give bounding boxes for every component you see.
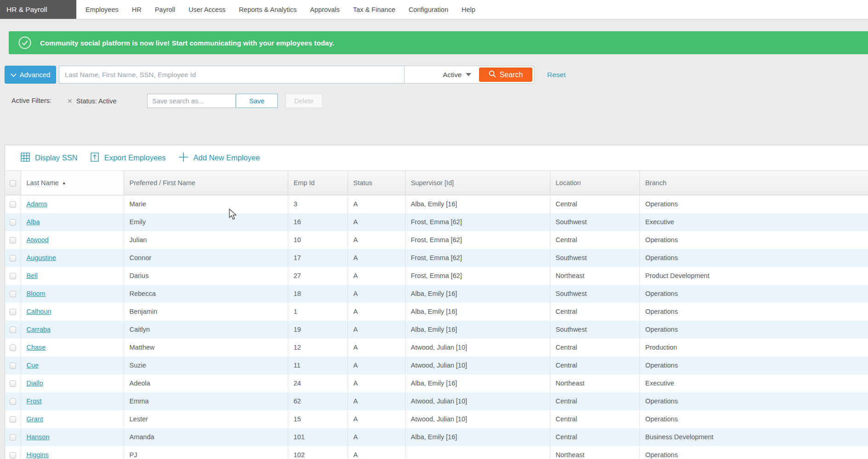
row-checkbox[interactable] xyxy=(10,309,16,315)
row-checkbox[interactable] xyxy=(10,363,16,369)
cell-supervisor: Frost, Emma [62] xyxy=(405,267,550,285)
save-button[interactable]: Save xyxy=(236,94,278,108)
row-checkbox[interactable] xyxy=(10,237,16,244)
employee-link[interactable]: Bloom xyxy=(27,290,46,297)
menu-item-tax-finance[interactable]: Tax & Finance xyxy=(353,6,395,13)
menu-item-hr[interactable]: HR xyxy=(132,6,142,13)
employee-link[interactable]: Cue xyxy=(27,362,39,369)
menu-item-reports-analytics[interactable]: Reports & Analytics xyxy=(239,6,297,13)
cell-last-name: Higgins xyxy=(21,446,124,459)
employee-link[interactable]: Higgins xyxy=(27,451,49,459)
cell-branch: Operations xyxy=(640,231,868,249)
employee-link[interactable]: Diallo xyxy=(27,380,43,387)
column-header-emp-id[interactable]: Emp Id xyxy=(288,171,348,195)
remove-filter-icon[interactable]: ✕ xyxy=(67,97,73,105)
row-select-cell xyxy=(5,285,21,303)
save-search-input[interactable] xyxy=(147,94,236,108)
row-checkbox[interactable] xyxy=(10,273,16,279)
cell-first-name: Marie xyxy=(124,195,288,213)
cell-branch: Operations xyxy=(640,249,868,267)
search-icon xyxy=(489,70,496,79)
menu-item-help[interactable]: Help xyxy=(462,6,475,13)
notification-banner: Community social platform is now live! S… xyxy=(9,31,868,54)
menu-item-employees[interactable]: Employees xyxy=(86,6,119,13)
search-input[interactable] xyxy=(59,66,405,84)
employee-link[interactable]: Bell xyxy=(27,272,38,279)
column-header-supervisor-id-[interactable]: Supervisor [Id] xyxy=(405,171,550,195)
cell-status: A xyxy=(348,339,405,357)
column-header-last-name[interactable]: Last Name▲ xyxy=(21,171,124,195)
select-all-checkbox[interactable] xyxy=(10,180,16,187)
cell-last-name: Bloom xyxy=(21,285,124,303)
cell-last-name: Frost xyxy=(21,392,124,410)
row-checkbox[interactable] xyxy=(10,416,16,423)
reset-link[interactable]: Reset xyxy=(547,66,566,84)
column-header-status[interactable]: Status xyxy=(348,171,405,195)
row-select-cell xyxy=(5,339,21,357)
cell-emp-id: 102 xyxy=(288,446,348,459)
cell-last-name: Grant xyxy=(21,410,124,428)
row-checkbox[interactable] xyxy=(10,219,16,226)
employee-link[interactable]: Augustine xyxy=(27,254,57,261)
employee-link[interactable]: Calhoun xyxy=(27,308,51,315)
row-checkbox[interactable] xyxy=(10,398,16,405)
cell-supervisor: Alba, Emily [16] xyxy=(405,303,550,321)
cell-emp-id: 3 xyxy=(288,195,348,213)
column-header-preferred-first-name[interactable]: Preferred / First Name xyxy=(124,171,288,195)
menu-item-user-access[interactable]: User Access xyxy=(188,6,226,13)
row-select-cell xyxy=(5,195,21,213)
employee-link[interactable]: Adams xyxy=(27,200,47,208)
employee-link[interactable]: Frost xyxy=(27,397,42,405)
cell-emp-id: 12 xyxy=(288,339,348,357)
cell-status: A xyxy=(348,321,405,339)
employee-link[interactable]: Atwood xyxy=(27,236,49,244)
filter-chip-status[interactable]: ✕ Status: Active xyxy=(67,94,117,108)
row-checkbox[interactable] xyxy=(10,291,16,297)
cell-first-name: Emma xyxy=(124,392,288,410)
cell-branch: Operations xyxy=(640,357,868,374)
employee-link[interactable]: Hanson xyxy=(27,433,50,441)
row-checkbox[interactable] xyxy=(10,434,16,441)
employee-link[interactable]: Grant xyxy=(27,415,43,423)
row-checkbox[interactable] xyxy=(10,452,16,459)
advanced-button[interactable]: Advanced xyxy=(5,66,56,84)
add-new-employee-button[interactable]: Add New Employee xyxy=(178,152,260,164)
cell-supervisor: Alba, Emily [16] xyxy=(405,285,550,303)
active-module-tab[interactable]: HR & Payroll xyxy=(0,0,76,19)
menu-item-approvals[interactable]: Approvals xyxy=(310,6,339,13)
cell-last-name: Carraba xyxy=(21,321,124,339)
search-button[interactable]: Search xyxy=(479,68,532,82)
cell-status: A xyxy=(348,195,405,213)
filter-chip-label: Status: Active xyxy=(76,97,117,105)
cell-status: A xyxy=(348,374,405,392)
export-employees-button[interactable]: Export Employees xyxy=(90,152,166,164)
row-checkbox[interactable] xyxy=(10,380,16,387)
table-row: AdamsMarie3AAlba, Emily [16]CentralOpera… xyxy=(5,195,868,213)
cell-location: Central xyxy=(550,339,640,357)
row-checkbox[interactable] xyxy=(10,201,16,208)
cell-status: A xyxy=(348,410,405,428)
column-header-location[interactable]: Location xyxy=(550,171,640,195)
display-ssn-button[interactable]: Display SSN xyxy=(20,152,78,164)
menu-item-configuration[interactable]: Configuration xyxy=(409,6,448,13)
row-checkbox[interactable] xyxy=(10,345,16,351)
select-all-header[interactable] xyxy=(5,171,21,195)
row-checkbox[interactable] xyxy=(10,327,16,333)
row-select-cell xyxy=(5,321,21,339)
employee-link[interactable]: Alba xyxy=(27,218,40,226)
cell-supervisor: Alba, Emily [16] xyxy=(405,428,550,446)
cell-emp-id: 101 xyxy=(288,428,348,446)
employee-link[interactable]: Carraba xyxy=(27,326,51,333)
cell-status: A xyxy=(348,357,405,374)
employee-link[interactable]: Chase xyxy=(27,344,46,351)
table-row: CalhounBenjamin1AAlba, Emily [16]Central… xyxy=(5,303,868,321)
row-select-cell xyxy=(5,392,21,410)
row-checkbox[interactable] xyxy=(10,255,16,261)
menu-item-payroll[interactable]: Payroll xyxy=(155,6,175,13)
column-header-branch[interactable]: Branch xyxy=(640,171,868,195)
row-select-cell xyxy=(5,267,21,285)
cell-location: Southwest xyxy=(550,249,640,267)
status-dropdown[interactable]: Active xyxy=(405,66,478,83)
cell-location: Southwest xyxy=(550,213,640,231)
cell-location: Northeast xyxy=(550,374,640,392)
